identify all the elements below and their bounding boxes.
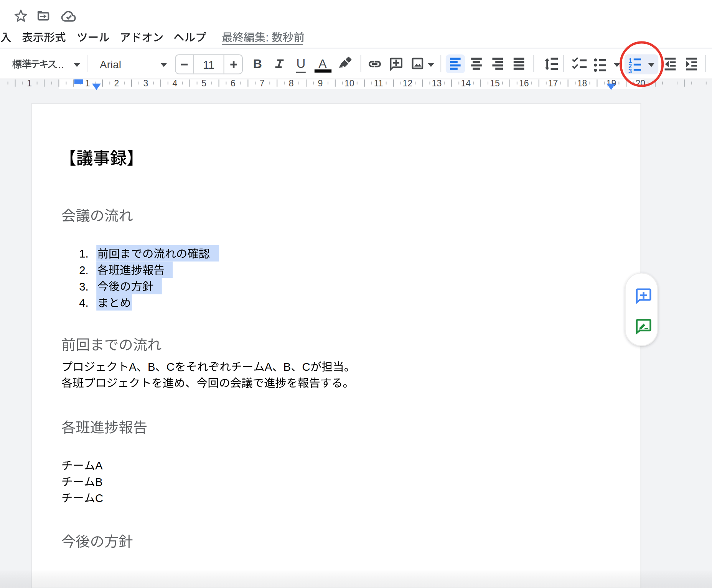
svg-text:B: B xyxy=(148,360,155,373)
svg-text:6: 6 xyxy=(231,78,236,88)
svg-text:3.: 3. xyxy=(79,280,88,293)
svg-text:U: U xyxy=(296,56,305,71)
svg-text:12: 12 xyxy=(403,78,413,88)
svg-text:8: 8 xyxy=(289,78,294,88)
svg-text:A: A xyxy=(265,360,272,373)
svg-text:Arial: Arial xyxy=(100,59,121,71)
svg-text:11: 11 xyxy=(203,59,214,71)
svg-text:7: 7 xyxy=(260,78,265,88)
svg-text:9: 9 xyxy=(318,78,323,88)
svg-text:4: 4 xyxy=(172,78,177,88)
svg-text:3: 3 xyxy=(628,68,632,74)
svg-text:2: 2 xyxy=(114,78,119,88)
svg-text:10: 10 xyxy=(344,78,354,88)
svg-text:4.: 4. xyxy=(79,296,88,309)
svg-text:2.: 2. xyxy=(79,264,88,276)
svg-text:...: ... xyxy=(55,58,64,70)
svg-text:1.: 1. xyxy=(79,247,88,260)
svg-text:11: 11 xyxy=(374,78,383,88)
svg-text::: : xyxy=(265,31,269,44)
svg-text:A: A xyxy=(129,360,137,373)
svg-text:13: 13 xyxy=(432,78,442,88)
svg-text:17: 17 xyxy=(548,78,558,88)
svg-text:B: B xyxy=(95,476,103,488)
svg-text:18: 18 xyxy=(577,78,587,88)
svg-text:B: B xyxy=(253,57,262,71)
svg-text:A: A xyxy=(95,459,103,472)
svg-text:C: C xyxy=(302,360,310,373)
svg-text:3: 3 xyxy=(143,78,148,88)
svg-text:C: C xyxy=(95,492,103,504)
svg-text:A: A xyxy=(318,57,327,71)
svg-text:5: 5 xyxy=(201,78,206,88)
svg-text:14: 14 xyxy=(461,78,471,88)
svg-text:1: 1 xyxy=(85,78,90,88)
svg-text:1: 1 xyxy=(27,78,32,88)
svg-text:16: 16 xyxy=(519,78,529,88)
svg-text:C: C xyxy=(166,360,175,373)
svg-text:B: B xyxy=(283,360,291,373)
svg-text:15: 15 xyxy=(490,78,500,88)
